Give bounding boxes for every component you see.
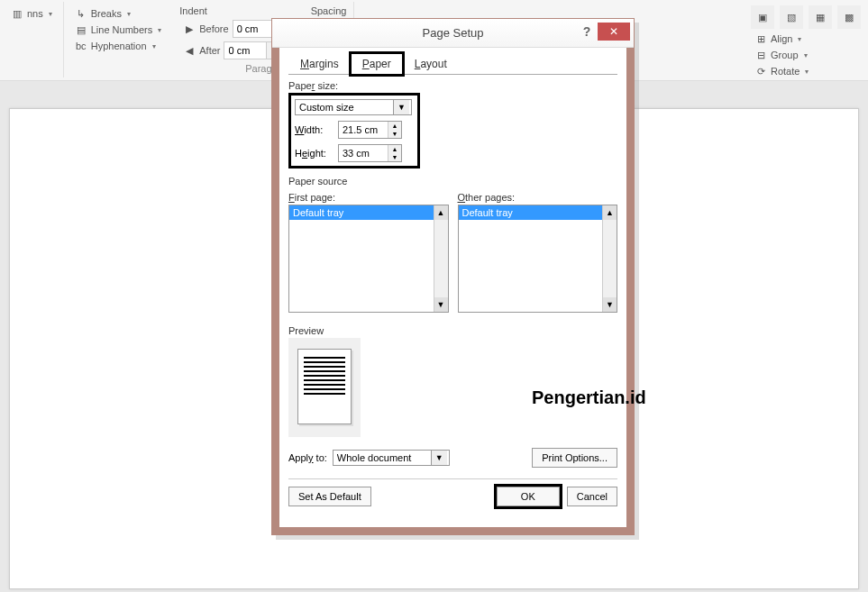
help-button[interactable]: ? [578, 24, 596, 39]
apply-row: Apply to: ▼ Print Options... [288, 448, 617, 468]
scroll-down-icon[interactable]: ▼ [603, 297, 617, 312]
dialog-titlebar[interactable]: Page Setup ? ✕ [272, 19, 634, 48]
spacing-header: Spacing [311, 5, 347, 16]
width-input[interactable]: ▲▼ [338, 121, 402, 139]
paper-size-value[interactable] [296, 100, 393, 114]
rotate-label: Rotate [771, 66, 799, 77]
watermark-text: Pengertian.id [532, 387, 646, 408]
chevron-down-icon: ▾ [49, 10, 52, 18]
rotate-icon: ⟳ [754, 65, 767, 77]
align-icon: ⊞ [754, 32, 767, 45]
width-value[interactable] [339, 122, 388, 138]
height-label: Height: [295, 148, 333, 159]
first-page-label: First page: [288, 192, 449, 203]
preview-section: Preview [288, 325, 617, 437]
ribbon-section-arrange: ▣ ▧ ▦ ▩ ⊞Align▾ ⊟Group▾ ⟳Rotate▾ [744, 2, 868, 77]
indent-before-value[interactable] [233, 23, 275, 34]
chevron-down-icon: ▾ [127, 10, 131, 18]
cancel-button[interactable]: Cancel [567, 487, 617, 506]
scroll-up-icon[interactable]: ▲ [434, 205, 448, 220]
other-pages-listbox[interactable]: Default tray ▲ ▼ [458, 205, 618, 313]
tab-strip: MMarginsargins Paper Layout [288, 53, 617, 75]
scroll-down-icon[interactable]: ▼ [434, 297, 448, 312]
scroll-up-icon[interactable]: ▲ [603, 205, 617, 220]
group-label: Group [771, 50, 799, 60]
paper-size-highlight-box: ▼ Width: ▲▼ Height: ▲▼ [288, 93, 420, 168]
position-icon[interactable]: ▣ [751, 5, 774, 29]
preview-area [288, 338, 361, 437]
indent-left-icon: ▶ [183, 23, 196, 35]
before-label: Before [199, 23, 228, 34]
scrollbar[interactable]: ▲ ▼ [602, 205, 617, 312]
dialog-body: MMarginsargins Paper Layout Paper size: … [272, 48, 634, 534]
chevron-down-icon: ▾ [804, 51, 808, 59]
hyphenation-label: Hyphenation [91, 41, 147, 51]
height-input[interactable]: ▲▼ [338, 144, 402, 162]
breaks-label: Breaks [91, 8, 122, 19]
wrap-text-icon[interactable]: ▧ [780, 5, 803, 29]
rotate-dropdown[interactable]: ⟳Rotate▾ [751, 63, 861, 79]
apply-to-combo[interactable]: ▼ [333, 450, 450, 466]
spin-down-icon[interactable]: ▼ [388, 130, 401, 138]
scrollbar[interactable]: ▲ ▼ [434, 205, 448, 312]
line-numbers-icon: ▤ [75, 23, 87, 36]
columns-label: nns [27, 8, 43, 19]
other-pages-label: Other pages: [458, 192, 618, 203]
columns-icon: ▥ [11, 7, 23, 20]
spin-up-icon[interactable]: ▲ [388, 145, 401, 153]
tab-paper[interactable]: Paper [351, 53, 403, 75]
chevron-down-icon[interactable]: ▼ [431, 451, 447, 465]
apply-to-value[interactable] [333, 451, 431, 465]
line-numbers-label: Line Numbers [91, 24, 152, 35]
indent-header: Indent [179, 5, 292, 16]
chevron-down-icon[interactable]: ▼ [393, 100, 409, 114]
apply-to-label: Apply to: [288, 452, 327, 463]
paper-size-label: Paper size: [288, 80, 617, 91]
page-setup-dialog: Page Setup ? ✕ MMarginsargins Paper Layo… [271, 18, 635, 535]
breaks-dropdown[interactable]: ↳ Breaks▾ [71, 5, 165, 22]
chevron-down-icon: ▾ [805, 68, 809, 76]
set-default-button[interactable]: Set As Default [288, 487, 371, 506]
spin-up-icon[interactable]: ▲ [388, 122, 401, 130]
paper-size-combo[interactable]: ▼ [295, 99, 412, 115]
group-dropdown[interactable]: ⊟Group▾ [751, 47, 861, 63]
close-button[interactable]: ✕ [598, 23, 630, 41]
height-value[interactable] [339, 145, 388, 161]
chevron-down-icon: ▾ [152, 42, 156, 50]
breaks-icon: ↳ [75, 7, 87, 20]
ok-button[interactable]: OK [497, 487, 560, 506]
spin-down-icon[interactable]: ▼ [388, 153, 401, 161]
list-item[interactable]: Default tray [289, 205, 448, 220]
align-label: Align [771, 33, 792, 44]
chevron-down-icon: ▾ [798, 35, 801, 43]
preview-label: Preview [288, 325, 617, 336]
first-page-listbox[interactable]: Default tray ▲ ▼ [288, 205, 449, 313]
dialog-title: Page Setup [423, 26, 484, 40]
paper-source-row: First page: Default tray ▲ ▼ Other pages… [288, 188, 617, 313]
align-dropdown[interactable]: ⊞Align▾ [751, 31, 861, 47]
ribbon-section-pagesetup: ▥ nns▾ [0, 2, 64, 77]
columns-dropdown[interactable]: ▥ nns▾ [7, 5, 56, 22]
preview-page-icon [297, 349, 352, 424]
list-item[interactable]: Default tray [459, 205, 617, 220]
chevron-down-icon: ▾ [158, 26, 161, 34]
selection-pane-icon[interactable]: ▩ [837, 5, 861, 29]
after-label: After [199, 45, 220, 56]
hyphenation-dropdown[interactable]: bc Hyphenation▾ [71, 38, 165, 54]
dialog-actions: Set As Default OK Cancel [288, 478, 617, 506]
section-spacer [7, 63, 56, 74]
hyphenation-icon: bc [75, 40, 87, 52]
indent-right-icon: ◀ [183, 44, 196, 57]
group-icon: ⊟ [754, 49, 767, 61]
tab-margins[interactable]: MMarginsargins [288, 53, 351, 74]
print-options-button[interactable]: Print Options... [532, 448, 617, 468]
bring-forward-icon[interactable]: ▦ [809, 5, 832, 29]
section-spacer [71, 63, 165, 74]
width-label: Width: [295, 124, 333, 135]
ribbon-section-breaks: ↳ Breaks▾ ▤ Line Numbers▾ bc Hyphenation… [64, 2, 172, 77]
paper-source-label: Paper source [288, 176, 617, 187]
tab-layout[interactable]: Layout [403, 53, 459, 74]
line-numbers-dropdown[interactable]: ▤ Line Numbers▾ [71, 22, 165, 38]
indent-after-value[interactable] [224, 45, 266, 56]
